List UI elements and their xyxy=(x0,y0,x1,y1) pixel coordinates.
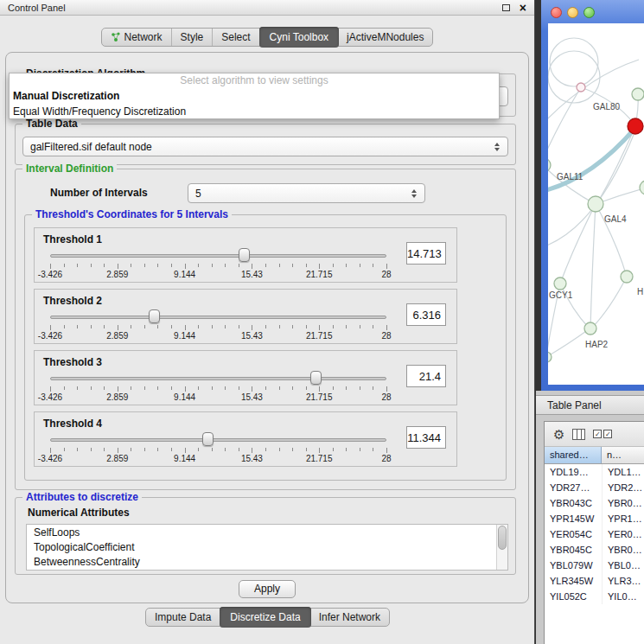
tab-impute-data[interactable]: Impute Data xyxy=(146,609,220,626)
attributes-group-title: Attributes to discretize xyxy=(22,491,142,503)
scale-label: 28 xyxy=(381,392,391,402)
minimize-window-button[interactable] xyxy=(567,7,578,18)
threshold-value-field[interactable]: 6.316 xyxy=(406,303,446,326)
scale-label: 28 xyxy=(381,331,391,341)
interval-group-title: Interval Definition xyxy=(22,163,117,175)
slider-ticks xyxy=(50,386,386,392)
close-window-button[interactable] xyxy=(551,7,562,18)
threshold-slider-track[interactable] xyxy=(50,438,386,442)
scale-label: 15.43 xyxy=(241,270,263,279)
slider-scale: -3.426 2.859 9.144 15.43 21.715 28 xyxy=(50,454,386,464)
threshold-value-field[interactable]: 14.713 xyxy=(406,242,446,265)
table-data-group-title: Table Data xyxy=(22,118,81,130)
attribute-list-item[interactable]: BetweennessCentrality xyxy=(27,554,507,569)
column-header-shared-name[interactable]: shared… xyxy=(545,447,602,463)
columns-icon[interactable] xyxy=(572,429,585,440)
svg-text:H: H xyxy=(637,287,643,296)
close-icon[interactable]: × xyxy=(520,3,526,13)
table-header-row: shared… n… xyxy=(545,447,644,464)
popup-item-equal-width[interactable]: Equal Width/Frequency Discretization xyxy=(10,104,499,119)
scale-label: 28 xyxy=(381,454,391,463)
select-all-icon[interactable]: ✓ xyxy=(593,430,602,438)
table-toolbar: ⚙ ✓ ✓ xyxy=(545,422,644,447)
table-row[interactable]: YDL19… YDL1… xyxy=(545,464,644,480)
svg-text:GAL80: GAL80 xyxy=(593,102,621,112)
scale-label: -3.426 xyxy=(38,270,62,279)
svg-text:GAL11: GAL11 xyxy=(557,172,583,182)
scale-label: 2.859 xyxy=(106,392,128,402)
panel-title: Control Panel xyxy=(8,3,502,13)
slider-ticks xyxy=(50,264,386,270)
scale-label: -3.426 xyxy=(38,331,62,341)
float-window-icon[interactable] xyxy=(502,4,510,11)
network-canvas[interactable]: GAL80GAL11GAL4GCY1HAP2H xyxy=(548,23,644,385)
table-panel-region: Table Panel ⚙ ✓ ✓ shared… n… YDL19… YDL1… xyxy=(536,391,644,644)
attribute-list-item[interactable]: TopologicalCoefficient xyxy=(27,539,507,554)
table-row[interactable]: YER054C YER0… xyxy=(545,526,644,542)
threshold-value-field[interactable]: 11.344 xyxy=(406,426,446,449)
scrollbar-thumb[interactable] xyxy=(498,526,507,550)
scale-label: 9.144 xyxy=(174,392,195,402)
slider-scale: -3.426 2.859 9.144 15.43 21.715 28 xyxy=(50,392,386,403)
table-widget: ⚙ ✓ ✓ shared… n… YDL19… YDL1… YDR27… YDR… xyxy=(544,421,644,644)
tab-jactivemnodules[interactable]: jActiveMNodules xyxy=(338,29,432,46)
threshold-slider-track[interactable] xyxy=(50,254,386,258)
slider-thumb[interactable] xyxy=(202,432,214,446)
table-row[interactable]: YBR045C YBR0… xyxy=(545,542,644,558)
scale-label: 2.859 xyxy=(106,270,128,279)
network-icon xyxy=(111,32,121,42)
column-header-name[interactable]: n… xyxy=(602,447,644,463)
number-of-intervals-combo[interactable]: 5 xyxy=(188,183,425,203)
table-row[interactable]: YBR043C YBR0… xyxy=(545,495,644,511)
scale-label: 9.144 xyxy=(174,454,195,463)
threshold-panel: Threshold 3 -3.426 2.859 9.144 15.43 xyxy=(34,350,457,405)
threshold-slider-track[interactable] xyxy=(50,316,386,319)
apply-button[interactable]: Apply xyxy=(239,580,296,598)
scale-label: 15.43 xyxy=(241,392,263,402)
tab-infer-network[interactable]: Infer Network xyxy=(310,609,389,626)
tab-cyni-toolbox[interactable]: Cyni Toolbox xyxy=(259,27,339,48)
table-row[interactable]: YLR345W YLR3… xyxy=(545,573,644,589)
control-panel: Control Panel × Network Style Select Cyn… xyxy=(0,0,535,644)
scale-label: 2.859 xyxy=(106,454,128,463)
scale-label: 2.859 xyxy=(106,331,128,341)
table-row[interactable]: YIL052C YIL0… xyxy=(545,589,644,604)
scale-label: 9.144 xyxy=(174,270,195,279)
slider-thumb[interactable] xyxy=(149,309,160,323)
slider-thumb[interactable] xyxy=(310,371,322,385)
slider-thumb[interactable] xyxy=(239,248,250,262)
tab-network[interactable]: Network xyxy=(102,29,172,46)
svg-text:HAP2: HAP2 xyxy=(585,340,609,349)
deselect-all-icon[interactable]: ✓ xyxy=(603,430,612,438)
interval-definition-group: Interval Definition Number of Intervals … xyxy=(15,169,516,490)
control-panel-titlebar: Control Panel × xyxy=(0,0,534,16)
maximize-window-button[interactable] xyxy=(583,7,595,18)
table-data-group: Table Data galFiltered.sif default node xyxy=(15,124,516,165)
scale-label: 21.715 xyxy=(306,331,333,341)
threshold-value-field[interactable]: 21.4 xyxy=(406,365,446,387)
attributes-scrollbar[interactable] xyxy=(496,525,507,570)
threshold-slider-track[interactable] xyxy=(50,377,386,380)
table-data-combo[interactable]: galFiltered.sif default node xyxy=(22,137,508,156)
scale-label: 21.715 xyxy=(306,454,333,463)
threshold-panel: Threshold 4 -3.426 2.859 9.144 15.43 xyxy=(34,411,457,467)
table-row[interactable]: YBL079W YBL0… xyxy=(545,558,644,573)
table-row[interactable]: YPR145W YPR1… xyxy=(545,511,644,526)
numerical-attributes-label: Numerical Attributes xyxy=(28,507,130,519)
table-row[interactable]: YDR27… YDR2… xyxy=(545,480,644,495)
tab-select[interactable]: Select xyxy=(213,29,259,46)
threshold-panel: Threshold 1 -3.426 2.859 9.144 15.43 xyxy=(34,227,457,283)
algorithm-dropdown-popup: Select algorithm to view settings Manual… xyxy=(9,73,500,119)
attribute-list-item[interactable]: SelfLoops xyxy=(27,525,507,539)
scale-label: 21.715 xyxy=(306,392,333,402)
combo-arrows-icon xyxy=(492,143,502,151)
gear-icon[interactable]: ⚙ xyxy=(553,428,564,441)
thresholds-list: Threshold 1 -3.426 2.859 9.144 15.43 xyxy=(34,227,457,473)
tab-discretize-data[interactable]: Discretize Data xyxy=(220,607,310,628)
window-controls xyxy=(551,7,595,18)
table-panel-header: Table Panel xyxy=(536,395,644,415)
popup-hint: Select algorithm to view settings xyxy=(10,73,499,88)
tab-style[interactable]: Style xyxy=(172,29,214,46)
popup-item-manual-discretization[interactable]: Manual Discretization xyxy=(10,88,499,104)
network-view-window: GAL80GAL11GAL4GCY1HAP2H xyxy=(541,0,644,391)
